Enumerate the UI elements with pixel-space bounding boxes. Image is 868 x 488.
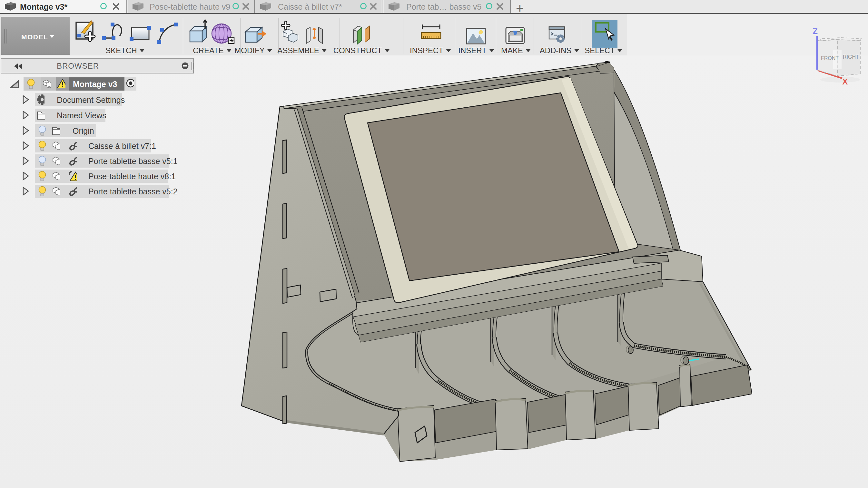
svg-text:X: X <box>842 77 848 86</box>
svg-text:FRONT: FRONT <box>821 56 839 61</box>
svg-text:RIGHT: RIGHT <box>843 54 859 60</box>
svg-text:Z: Z <box>812 26 818 36</box>
